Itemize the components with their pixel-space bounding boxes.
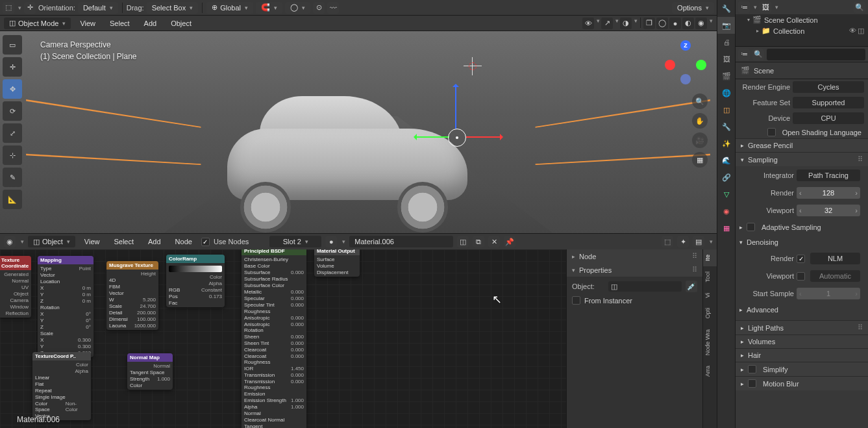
tab-scene[interactable]: 🎬 <box>717 68 736 84</box>
tab-item[interactable]: Ite <box>703 249 717 266</box>
xray-icon[interactable]: ❐ <box>643 18 655 29</box>
tab-modifier[interactable]: 🔧 <box>717 118 736 135</box>
properties-menu-icon[interactable]: ≔ <box>738 49 750 60</box>
outliner-collection[interactable]: ▸📁 Collection 👁◫ <box>736 25 868 36</box>
tab-view-layer[interactable]: 🖼 <box>717 51 736 68</box>
tab-arrange[interactable]: Arra <box>703 360 717 382</box>
render-engine-dropdown[interactable]: Cycles <box>793 81 864 93</box>
tool-move[interactable]: ✥ <box>3 79 22 99</box>
node-texcoord[interactable]: Texture Coordinate GeneratedNormalUVObje… <box>0 256 31 318</box>
panel-hair[interactable]: ▸Hair <box>736 348 868 362</box>
material-name-field[interactable]: Material.006 <box>349 236 453 247</box>
tool-select[interactable]: ▭ <box>3 35 22 55</box>
visibility-icon[interactable]: 👁 <box>582 18 594 29</box>
outliner-root[interactable]: ▾🎬 Scene Collection <box>736 14 868 25</box>
gizmo-arrow-y[interactable] <box>415 136 449 138</box>
motion-blur-checkbox[interactable] <box>748 379 756 388</box>
tool-scale[interactable]: ⤢ <box>3 123 22 143</box>
panel-advanced[interactable]: ▸Advanced <box>739 303 864 316</box>
proportional-dropdown[interactable]: ◯▾ <box>285 2 310 14</box>
panel-denoising[interactable]: ▾Denoising <box>739 236 864 249</box>
panel-grease-pencil[interactable]: ▸Grease Pencil <box>736 138 868 152</box>
tab-world[interactable]: 🌐 <box>717 84 736 101</box>
tab-physics[interactable]: 🌊 <box>717 152 736 169</box>
tool-annotate[interactable]: ✎ <box>3 168 22 187</box>
perspective-icon[interactable]: ▦ <box>692 152 708 168</box>
orientation-dropdown[interactable]: Default▾ <box>78 2 118 14</box>
shading-matprev-icon[interactable]: ◐ <box>682 18 694 29</box>
gizmo-arrow-z[interactable] <box>455 86 456 129</box>
panel-motion-blur[interactable]: ▸Motion Blur <box>736 376 868 390</box>
node-texcoord2[interactable]: TextureCoord P.. ColorAlphaLinearFlatRep… <box>32 352 91 420</box>
axis-neg-z-icon[interactable] <box>680 74 691 84</box>
object-field[interactable]: ◫ <box>608 281 682 292</box>
menu-view[interactable]: View <box>75 18 101 29</box>
tab-object[interactable]: ◫ <box>717 101 736 118</box>
tab-material[interactable]: ◉ <box>717 203 736 220</box>
axis-y-icon[interactable] <box>696 60 706 70</box>
node-normalmap[interactable]: Normal Map NormalTangent SpaceStrength1.… <box>127 353 173 390</box>
node-principled-bsdf[interactable]: Principled BSDF Christensen-BurleyBase C… <box>242 249 306 428</box>
material-pin-icon[interactable]: 📌 <box>504 236 515 247</box>
node-material-output[interactable]: Material Output SurfaceVolumeDisplacemen… <box>314 249 360 277</box>
outliner-display-icon[interactable]: 🖼 <box>760 1 771 13</box>
tool-rotate[interactable]: ⟳ <box>3 101 22 121</box>
drag-dropdown[interactable]: Select Box▾ <box>147 2 199 14</box>
denoise-viewport-dropdown[interactable]: Automatic <box>810 270 860 282</box>
node-object-mode[interactable]: ◫ Object▾ <box>28 236 75 247</box>
denoise-viewport-checkbox[interactable] <box>797 272 805 281</box>
tab-tool[interactable]: Tool <box>703 266 717 288</box>
tab-node-wrangler[interactable]: Node Wra <box>703 324 717 360</box>
start-sample-field[interactable]: 1 <box>797 288 860 299</box>
panel-light-paths[interactable]: ▸Light Paths⠿ <box>736 320 868 334</box>
node-canvas[interactable]: Texture Coordinate GeneratedNormalUVObje… <box>0 249 566 428</box>
material-sphere-icon[interactable]: ● <box>325 236 337 247</box>
use-nodes-checkbox[interactable] <box>201 238 210 246</box>
options-dropdown[interactable]: Options▾ <box>672 2 714 14</box>
panel-volumes[interactable]: ▸Volumes <box>736 334 868 348</box>
tab-view[interactable]: Vi <box>703 288 717 303</box>
render-samples-field[interactable]: 128 <box>797 187 860 199</box>
simplify-checkbox[interactable] <box>748 365 756 373</box>
panel-sampling[interactable]: ▾Sampling⠿ <box>736 152 868 166</box>
camera-icon[interactable]: 🎥 <box>692 132 708 148</box>
shading-solid-icon[interactable]: ● <box>669 18 681 29</box>
material-browse-icon[interactable]: ◫ <box>457 236 469 247</box>
feature-set-dropdown[interactable]: Supported <box>793 97 864 108</box>
gizmo-center[interactable] <box>448 129 466 147</box>
pan-icon[interactable]: ✋ <box>692 113 708 129</box>
tab-texture[interactable]: ▦ <box>717 220 736 236</box>
adaptive-checkbox[interactable] <box>747 223 755 231</box>
device-dropdown[interactable]: CPU <box>793 112 864 124</box>
menu-select[interactable]: Select <box>105 18 135 29</box>
tool-transform[interactable]: ⊹ <box>3 145 22 165</box>
node-menu-select[interactable]: Select <box>108 236 139 247</box>
tab-render[interactable]: 📷 <box>717 17 736 34</box>
tool-measure[interactable]: 📐 <box>3 190 22 209</box>
axis-z-icon[interactable]: Z <box>680 40 691 51</box>
snap-curve-icon[interactable]: 〰 <box>327 2 339 14</box>
shading-wire-icon[interactable]: ◯ <box>656 18 668 29</box>
scene-name[interactable]: Scene <box>754 67 774 75</box>
panel-properties[interactable]: ▾Properties⠿ <box>567 263 702 277</box>
axis-x-icon[interactable] <box>665 60 675 70</box>
osl-checkbox[interactable] <box>767 128 776 136</box>
shading-rendered-icon[interactable]: ◉ <box>695 18 707 29</box>
menu-object[interactable]: Object <box>166 18 197 29</box>
outliner-type-icon[interactable]: ≔ <box>738 1 750 13</box>
snap-dropdown[interactable]: 🧲▾ <box>256 2 282 14</box>
node-menu-node[interactable]: Node <box>170 236 197 247</box>
gizmo-toggle-icon[interactable]: ↗ <box>601 18 613 29</box>
pivot-icon[interactable]: ⊙ <box>313 2 325 14</box>
orbit-gizmo[interactable]: Z <box>665 40 708 83</box>
overlay-toggle-icon[interactable]: ◑ <box>620 18 632 29</box>
tool-cursor[interactable]: ✛ <box>3 57 22 77</box>
panel-node[interactable]: ▸Node⠿ <box>567 249 702 263</box>
node-editor-type-icon[interactable]: ◉ <box>4 236 16 247</box>
node-snap-icon[interactable]: ✦ <box>677 236 689 247</box>
gizmo-arrow-x[interactable] <box>466 136 501 138</box>
panel-simplify[interactable]: ▸Simplify <box>736 362 868 376</box>
eyedropper-icon[interactable]: 💉 <box>686 281 697 292</box>
node-menu-add[interactable]: Add <box>143 236 166 247</box>
panel-adaptive-sampling[interactable]: ▸Adaptive Sampling <box>739 220 864 234</box>
